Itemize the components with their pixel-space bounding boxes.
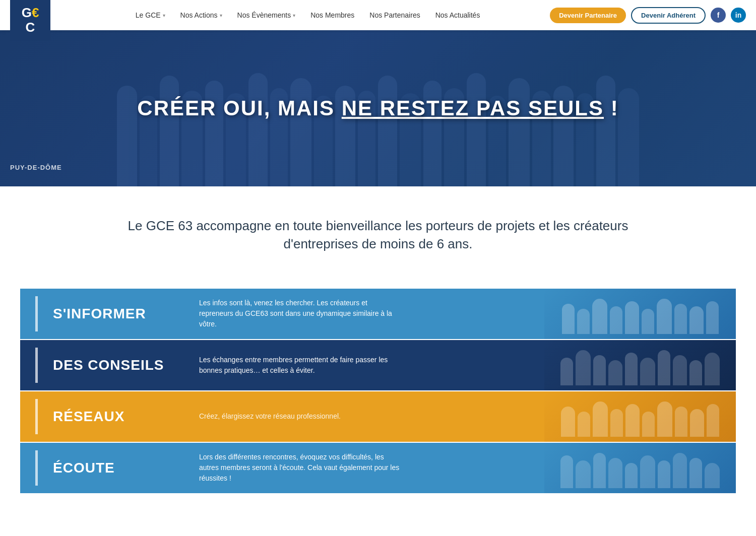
conseils-description: Les échanges entre membres permettent de…	[199, 355, 401, 376]
intro-section: Le GCE 63 accompagne en toute bienveilla…	[0, 186, 756, 269]
logo-text: G€C	[22, 6, 39, 34]
reseaux-title: RÉSEAUX	[53, 409, 184, 425]
nav-item-nosactions[interactable]: Nos Actions ▾	[174, 7, 228, 23]
hero-location: PUY-DE-DÔME	[10, 164, 62, 171]
hero-section: CRÉER OUI, MAIS NE RESTEZ PAS SEULS ! PU…	[0, 30, 756, 186]
reseaux-description: Créez, élargissez votre réseau professio…	[199, 411, 401, 422]
ecoute-image	[544, 443, 736, 493]
chevron-down-icon: ▾	[220, 13, 222, 18]
cards-section: S'INFORMER Les infos sont là, venez les …	[0, 269, 756, 513]
nav-links: Le GCE ▾ Nos Actions ▾ Nos Évènements ▾ …	[66, 7, 550, 23]
sinformer-image	[544, 289, 736, 339]
sinformer-card[interactable]: S'INFORMER Les infos sont là, venez les …	[20, 289, 736, 339]
nav-actions: Devenir Partenaire Devenir Adhérent f in	[550, 7, 746, 24]
sinformer-title: S'INFORMER	[53, 306, 184, 322]
nav-item-legce[interactable]: Le GCE ▾	[130, 7, 171, 23]
reseaux-card[interactable]: RÉSEAUX Créez, élargissez votre réseau p…	[20, 391, 736, 442]
devenir-adherent-button[interactable]: Devenir Adhérent	[631, 7, 706, 24]
sinformer-card-content: S'INFORMER Les infos sont là, venez les …	[20, 289, 544, 339]
conseils-title: DES CONSEILS	[53, 357, 184, 373]
nav-item-nosmembres[interactable]: Nos Membres	[304, 7, 360, 23]
conseils-card[interactable]: DES CONSEILS Les échanges entre membres …	[20, 340, 736, 390]
intro-text: Le GCE 63 accompagne en toute bienveilla…	[101, 217, 655, 253]
hero-content: CRÉER OUI, MAIS NE RESTEZ PAS SEULS !	[137, 96, 618, 120]
logo[interactable]: G€C	[10, 0, 50, 40]
ecoute-description: Lors des différentes rencontres, évoquez…	[199, 452, 401, 484]
ecoute-card-content: ÉCOUTE Lors des différentes rencontres, …	[20, 443, 544, 493]
ecoute-border	[35, 450, 38, 486]
reseaux-border	[35, 399, 38, 434]
sinformer-border	[35, 296, 38, 331]
sinformer-description: Les infos sont là, venez les chercher. L…	[199, 298, 401, 329]
hero-title: CRÉER OUI, MAIS NE RESTEZ PAS SEULS !	[137, 96, 618, 120]
reseaux-image	[544, 391, 736, 442]
linkedin-icon[interactable]: in	[731, 8, 746, 23]
navbar: G€C Le GCE ▾ Nos Actions ▾ Nos Évènement…	[0, 0, 756, 30]
nav-item-nosactualites[interactable]: Nos Actualités	[429, 7, 486, 23]
conseils-border	[35, 348, 38, 383]
nav-item-nospartenaires[interactable]: Nos Partenaires	[363, 7, 426, 23]
conseils-image	[544, 340, 736, 390]
ecoute-title: ÉCOUTE	[53, 460, 184, 476]
chevron-down-icon: ▾	[293, 13, 295, 18]
ecoute-card[interactable]: ÉCOUTE Lors des différentes rencontres, …	[20, 443, 736, 493]
facebook-icon[interactable]: f	[711, 8, 726, 23]
conseils-card-content: DES CONSEILS Les échanges entre membres …	[20, 340, 544, 390]
chevron-down-icon: ▾	[163, 13, 165, 18]
reseaux-card-content: RÉSEAUX Créez, élargissez votre réseau p…	[20, 391, 544, 442]
nav-item-nosevènements[interactable]: Nos Évènements ▾	[231, 7, 302, 23]
devenir-partenaire-button[interactable]: Devenir Partenaire	[550, 8, 626, 23]
